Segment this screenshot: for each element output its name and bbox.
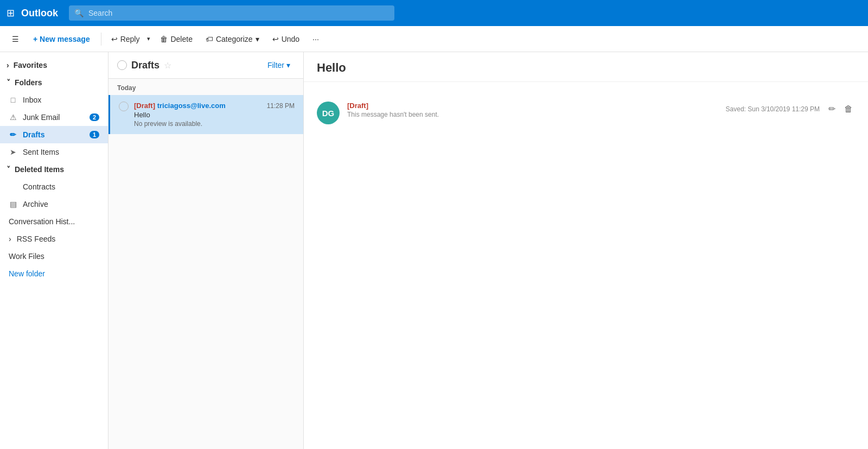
top-bar: ⊞ Outlook 🔍 [0, 0, 868, 26]
favorites-label: Favorites [14, 61, 47, 69]
categorize-dropdown-icon: ▾ [256, 35, 259, 43]
delete-label: Delete [170, 35, 192, 43]
email-subject: Hello [134, 111, 261, 119]
toolbar-divider [101, 33, 101, 46]
edit-icon: ✏ [828, 104, 835, 113]
email-from: [Draft] triciagoss@live.com [134, 102, 261, 110]
sidebar-item-archive[interactable]: ▤ Archive [0, 195, 108, 213]
delete-button[interactable]: 🗑 Delete [155, 31, 197, 47]
hamburger-button[interactable]: ☰ [7, 31, 24, 47]
filter-chevron: ▾ [286, 61, 290, 69]
new-message-button[interactable]: + New message [27, 31, 97, 47]
reply-icon: ↩ [111, 35, 118, 43]
categorize-icon: 🏷 [206, 35, 213, 43]
message-draft-label: [Draft] [347, 102, 718, 110]
email-list-header: Drafts ☆ Filter ▾ [108, 52, 303, 79]
rss-feeds-label: RSS Feeds [17, 235, 56, 243]
categorize-label: Categorize [216, 35, 253, 43]
reading-pane: Hello DG [Draft] This message hasn't bee… [304, 52, 868, 449]
drafts-label: Drafts [23, 130, 44, 139]
sidebar-item-rss-feeds[interactable]: › RSS Feeds [0, 230, 108, 248]
rss-chevron: › [9, 235, 11, 243]
message-header: DG [Draft] This message hasn't been sent… [317, 93, 855, 133]
new-folder-link[interactable]: New folder [0, 265, 108, 282]
inbox-label: Inbox [23, 96, 41, 104]
more-button[interactable]: ··· [307, 31, 324, 47]
categorize-button[interactable]: 🏷 Categorize ▾ [200, 31, 265, 47]
email-item[interactable]: [Draft] triciagoss@live.com Hello No pre… [108, 95, 303, 134]
drafts-icon: ✏ [9, 130, 17, 139]
deleted-label: Deleted Items [15, 165, 64, 174]
message-meta: [Draft] This message hasn't been sent. [347, 102, 718, 118]
contracts-label: Contracts [23, 182, 55, 191]
folders-label: Folders [15, 78, 42, 87]
search-wrapper: 🔍 [69, 5, 394, 21]
sent-icon: ➤ [9, 148, 17, 156]
folders-section[interactable]: ˅ Folders [0, 74, 108, 91]
work-files-label: Work Files [9, 252, 44, 261]
more-icon: ··· [312, 35, 319, 43]
sidebar-item-conversation-hist[interactable]: Conversation Hist... [0, 213, 108, 230]
sent-label: Sent Items [23, 148, 59, 156]
delete-message-button[interactable]: 🗑 [842, 102, 855, 116]
filter-button[interactable]: Filter ▾ [263, 59, 295, 72]
grid-icon[interactable]: ⊞ [7, 7, 15, 19]
junk-label: Junk Email [23, 113, 60, 122]
undo-button[interactable]: ↩ Undo [267, 31, 305, 47]
junk-icon: ⚠ [9, 113, 17, 122]
star-icon[interactable]: ☆ [164, 60, 171, 71]
archive-label: Archive [23, 200, 48, 208]
undo-label: Undo [282, 35, 299, 43]
main-content: › Favorites ˅ Folders □ Inbox ⚠ Junk Ema… [0, 52, 868, 449]
app-logo: Outlook [21, 8, 58, 19]
filter-label: Filter [267, 61, 284, 69]
avatar: DG [317, 102, 340, 124]
drafts-badge: 1 [90, 131, 99, 138]
message-not-sent: This message hasn't been sent. [347, 111, 718, 118]
favorites-chevron: › [7, 61, 9, 69]
reading-pane-title: Hello [304, 52, 868, 82]
sidebar-item-drafts[interactable]: ✏ Drafts 1 [0, 126, 108, 143]
email-time: 11:28 PM [267, 102, 295, 110]
sidebar-item-inbox[interactable]: □ Inbox [0, 91, 108, 109]
reply-dropdown-button[interactable]: ▾ [145, 32, 152, 46]
email-sender: triciagoss@live.com [157, 102, 226, 110]
hamburger-icon: ☰ [12, 35, 19, 43]
delete-message-icon: 🗑 [844, 104, 853, 113]
reply-label: Reply [120, 35, 140, 43]
sidebar: › Favorites ˅ Folders □ Inbox ⚠ Junk Ema… [0, 52, 108, 449]
junk-badge: 2 [90, 113, 99, 121]
sidebar-item-sent[interactable]: ➤ Sent Items [0, 143, 108, 161]
deleted-section[interactable]: ˅ Deleted Items [0, 161, 108, 178]
reply-group: ↩ Reply ▾ [106, 31, 153, 47]
toolbar: ☰ + New message ↩ Reply ▾ 🗑 Delete 🏷 Cat… [0, 26, 868, 52]
reply-button[interactable]: ↩ Reply [106, 31, 145, 47]
deleted-chevron: ˅ [7, 165, 10, 174]
edit-message-button[interactable]: ✏ [826, 102, 838, 116]
today-label: Today [108, 79, 303, 95]
conversation-hist-label: Conversation Hist... [9, 217, 75, 226]
sidebar-item-junk[interactable]: ⚠ Junk Email 2 [0, 109, 108, 126]
undo-icon: ↩ [272, 35, 279, 43]
search-input[interactable] [69, 5, 394, 21]
inbox-icon: □ [9, 96, 17, 104]
drafts-title: Drafts [131, 60, 159, 71]
delete-icon: 🗑 [160, 35, 168, 43]
email-check[interactable] [119, 102, 129, 111]
sidebar-item-contracts[interactable]: Contracts [0, 178, 108, 195]
email-item-content: [Draft] triciagoss@live.com Hello No pre… [134, 102, 261, 128]
favorites-section[interactable]: › Favorites [0, 56, 108, 74]
select-all-check[interactable] [117, 60, 127, 70]
email-preview: No preview is available. [134, 120, 261, 128]
reading-pane-body: DG [Draft] This message hasn't been sent… [304, 82, 868, 449]
draft-tag: [Draft] [134, 102, 155, 110]
sidebar-item-work-files[interactable]: Work Files [0, 248, 108, 265]
message-actions: Saved: Sun 3/10/2019 11:29 PM ✏ 🗑 [726, 102, 855, 116]
email-list-panel: Drafts ☆ Filter ▾ Today [Draft] triciago… [108, 52, 304, 449]
archive-icon: ▤ [9, 200, 17, 208]
folders-chevron: ˅ [7, 78, 10, 87]
saved-time: Saved: Sun 3/10/2019 11:29 PM [726, 105, 820, 113]
new-message-label: + New message [33, 35, 90, 43]
